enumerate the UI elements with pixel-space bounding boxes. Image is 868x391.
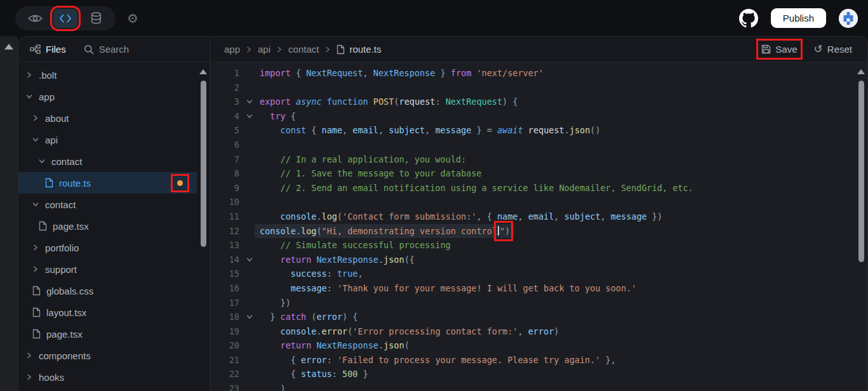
breadcrumb: appapicontactroute.ts: [224, 44, 381, 55]
code-line[interactable]: 15 success: true,: [210, 267, 855, 281]
code-line[interactable]: 2: [210, 81, 855, 95]
reset-label: Reset: [827, 44, 852, 55]
tree-file-route.ts[interactable]: route.ts: [18, 172, 197, 194]
scroll-up-arrow[interactable]: [199, 69, 207, 74]
scrollbar-thumb[interactable]: [858, 81, 864, 262]
eye-icon[interactable]: [23, 9, 47, 28]
code-line[interactable]: 5 const { name, email, subject, message …: [210, 123, 855, 138]
fold-gutter: [239, 66, 260, 81]
chevron-right-icon[interactable]: [26, 72, 33, 78]
code-line[interactable]: 14 return NextResponse.json({: [210, 253, 855, 267]
code-line[interactable]: 9 // 2. Send an email notification using…: [210, 181, 855, 196]
code-token: :: [332, 369, 342, 379]
chevron-down-icon[interactable]: [39, 158, 46, 164]
breadcrumb-segment[interactable]: api: [258, 44, 270, 55]
gear-icon[interactable]: ⚙: [127, 11, 138, 26]
breadcrumb-segment[interactable]: contact: [288, 44, 319, 55]
tree-file-page.tsx[interactable]: page.tsx: [18, 323, 197, 345]
tree-folder-support[interactable]: support: [18, 258, 197, 280]
tree-folder-.bolt[interactable]: .bolt: [18, 64, 197, 86]
code-token: async: [296, 96, 327, 107]
chevron-down-icon[interactable]: [26, 93, 33, 100]
fold-gutter: [239, 296, 260, 310]
line-number: 19: [210, 324, 239, 339]
code-token: try: [270, 111, 291, 121]
code-token: [260, 154, 281, 164]
file-icon: [32, 329, 41, 339]
code-line[interactable]: 23 ): [210, 381, 855, 391]
code-token: NextResponse: [373, 68, 436, 78]
tree-file-layout.tsx[interactable]: layout.tsx: [18, 302, 197, 323]
avatar[interactable]: [839, 9, 858, 28]
fold-gutter: [239, 81, 260, 95]
fold-chevron-icon[interactable]: [239, 109, 260, 124]
code-token: ): [505, 226, 510, 236]
code-line[interactable]: 8 // 1. Save the message to your databas…: [210, 166, 855, 181]
tab-files[interactable]: Files: [30, 44, 66, 55]
code-line[interactable]: 11 console.log('Contact form submission:…: [210, 209, 855, 224]
code-line-content: return NextResponse.json({: [260, 253, 415, 267]
scrollbar-thumb[interactable]: [201, 81, 206, 247]
chevron-right-icon[interactable]: [32, 266, 39, 272]
code-icon[interactable]: [53, 9, 77, 28]
tab-search[interactable]: Search: [84, 44, 130, 55]
tree-folder-app[interactable]: app: [18, 86, 197, 107]
github-icon[interactable]: [739, 9, 758, 28]
code-line[interactable]: 13 // Simulate successful processing: [210, 238, 855, 253]
code-token: name: [322, 125, 343, 135]
tree-file-page.tsx[interactable]: page.tsx: [18, 215, 197, 237]
publish-button[interactable]: Publish: [771, 8, 826, 28]
tree-folder-portfolio[interactable]: portfolio: [18, 237, 197, 258]
code-line[interactable]: 19 console.error('Error processing conta…: [210, 324, 855, 339]
fold-gutter: [239, 181, 260, 196]
tree-folder-hooks[interactable]: hooks: [18, 366, 197, 388]
code-line[interactable]: 10: [210, 195, 855, 209]
code-line[interactable]: 3export async function POST(request: Nex…: [210, 95, 855, 109]
tree-folder-api[interactable]: api: [18, 129, 197, 150]
code-line[interactable]: 18 } catch (error) {: [210, 310, 855, 324]
fold-chevron-icon[interactable]: [239, 253, 260, 267]
fold-gutter: [239, 267, 260, 281]
breadcrumb-file[interactable]: route.ts: [337, 44, 381, 55]
code-line[interactable]: 4 try {: [210, 109, 855, 124]
code-token: [260, 283, 291, 293]
code-editor[interactable]: 1import { NextRequest, NextResponse } fr…: [210, 62, 867, 391]
chevron-down-icon[interactable]: [32, 136, 39, 143]
tree-folder-components[interactable]: components: [18, 345, 197, 366]
tree-item-label: route.ts: [59, 178, 91, 189]
code-line[interactable]: 22 { status: 500 }: [210, 367, 855, 381]
code-line[interactable]: 1import { NextRequest, NextResponse } fr…: [210, 66, 855, 81]
tree-folder-contact[interactable]: contact: [18, 194, 197, 215]
chevron-right-icon[interactable]: [26, 374, 33, 380]
reset-button[interactable]: ↺ Reset: [814, 44, 852, 55]
code-line[interactable]: 16 message: 'Thank you for your message!…: [210, 281, 855, 296]
tree-folder-contact[interactable]: contact: [18, 150, 197, 172]
code-line[interactable]: 6: [210, 138, 855, 152]
line-number: 11: [210, 209, 239, 224]
code-line[interactable]: 12console.log("Hi, demonstrating version…: [210, 224, 855, 239]
code-token: ,: [378, 125, 389, 135]
code-line[interactable]: 7 // In a real application, you would:: [210, 152, 855, 167]
scroll-up-arrow[interactable]: [4, 44, 13, 50]
line-number: 14: [210, 253, 239, 267]
tree-folder-about[interactable]: about: [18, 107, 197, 129]
scroll-up-arrow[interactable]: [857, 69, 865, 74]
save-button[interactable]: Save: [761, 44, 797, 55]
chevron-down-icon[interactable]: [32, 201, 39, 208]
code-token: // 2. Send an email notification using a…: [281, 183, 693, 193]
fold-chevron-icon[interactable]: [239, 310, 260, 324]
code-line[interactable]: 17 }): [210, 296, 855, 310]
code-line[interactable]: 20 return NextResponse.json(: [210, 338, 855, 353]
code-token: :: [327, 283, 337, 293]
database-icon[interactable]: [84, 9, 108, 28]
fold-chevron-icon[interactable]: [239, 95, 260, 109]
tree-file-globals.css[interactable]: globals.css: [18, 280, 197, 302]
chevron-right-icon[interactable]: [32, 115, 39, 121]
chevron-right-icon[interactable]: [26, 352, 33, 359]
code-line[interactable]: 21 { error: 'Failed to process your mess…: [210, 353, 855, 368]
chevron-right-icon[interactable]: [32, 244, 39, 251]
breadcrumb-segment[interactable]: app: [224, 44, 240, 55]
line-number: 2: [210, 81, 239, 95]
code-line-content: export async function POST(request: Next…: [260, 95, 517, 109]
code-token: email: [352, 125, 378, 135]
